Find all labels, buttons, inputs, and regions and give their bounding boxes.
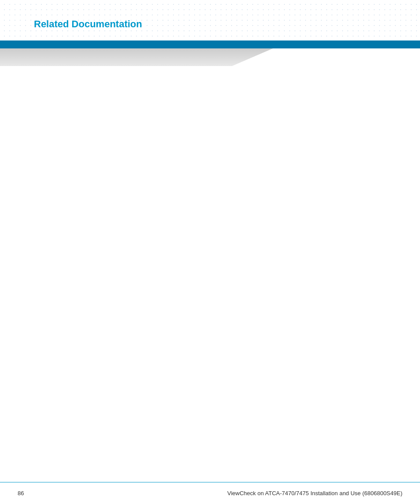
gray-decorative-shape: [0, 48, 420, 66]
gray-shape-inner: [0, 48, 273, 66]
blue-header-bar: [0, 40, 420, 48]
footer-doc-title: ViewCheck on ATCA-7470/7475 Installation…: [227, 490, 402, 497]
page-title: Related Documentation: [34, 18, 142, 30]
footer-page-number: 86: [18, 490, 24, 497]
footer: 86 ViewCheck on ATCA-7470/7475 Installat…: [0, 482, 420, 504]
main-content-area: [0, 66, 420, 482]
